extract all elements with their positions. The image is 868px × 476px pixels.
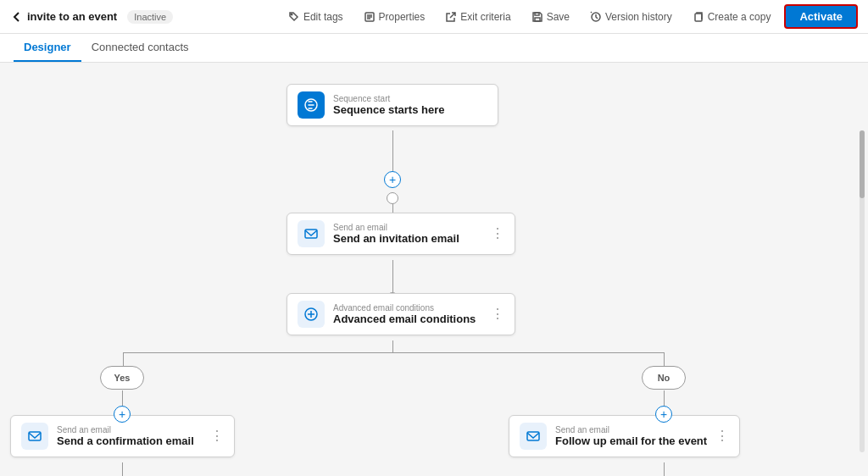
send-email-1-label: Send an email — [333, 223, 482, 232]
edit-tags-button[interactable]: Edit tags — [281, 8, 350, 26]
save-button[interactable]: Save — [525, 8, 576, 26]
plus-button-no[interactable]: + — [655, 406, 672, 423]
activate-button[interactable]: Activate — [784, 4, 858, 29]
connector-yes-v2 — [122, 390, 123, 406]
exit-criteria-button[interactable]: Exit criteria — [438, 8, 517, 26]
connector-h-main — [123, 352, 664, 353]
properties-button[interactable]: Properties — [357, 8, 432, 26]
sequence-start-icon — [303, 97, 319, 113]
exit-criteria-label: Exit criteria — [460, 11, 510, 23]
save-label: Save — [547, 11, 570, 23]
connector-no-v2 — [664, 390, 665, 406]
create-copy-label: Create a copy — [708, 11, 771, 23]
tag-icon — [288, 11, 300, 23]
version-history-button[interactable]: Version history — [583, 8, 679, 26]
send-email-yes-label: Send an email — [57, 425, 202, 434]
advanced-conditions-icon — [303, 307, 319, 322]
save-icon — [531, 11, 543, 23]
connector-1 — [392, 130, 393, 171]
yes-branch-label: Yes — [100, 366, 144, 390]
sequence-start-title: Sequence starts here — [333, 103, 487, 116]
properties-icon — [364, 11, 376, 23]
advanced-conditions-node[interactable]: Advanced email conditions Advanced email… — [287, 293, 515, 335]
connector-5 — [392, 340, 393, 352]
connector-2 — [392, 204, 393, 213]
tabs-bar: Designer Connected contacts — [0, 34, 868, 63]
email-yes-icon-box — [21, 423, 48, 450]
circle-node-1 — [387, 192, 398, 204]
version-history-icon — [590, 11, 602, 23]
sequence-start-label: Sequence start — [333, 94, 487, 103]
svg-point-0 — [291, 14, 292, 15]
svg-rect-8 — [695, 14, 702, 21]
send-email-no-text: Send an email Follow up email for the ev… — [555, 425, 707, 447]
tab-designer-label: Designer — [24, 41, 71, 53]
header: invite to an event Inactive Edit tags Pr… — [0, 0, 868, 34]
svg-rect-5 — [535, 18, 540, 21]
advanced-conditions-text: Advanced email conditions Advanced email… — [333, 303, 482, 325]
status-badge: Inactive — [127, 10, 173, 24]
copy-icon — [693, 11, 704, 23]
connector-yes-v4 — [122, 462, 123, 476]
edit-tags-label: Edit tags — [303, 11, 343, 23]
send-email-1-text: Send an email Send an invitation email — [333, 223, 482, 245]
properties-label: Properties — [379, 11, 426, 23]
email-no-icon — [526, 429, 541, 444]
scrollbar-thumb[interactable] — [860, 130, 865, 198]
svg-rect-10 — [305, 230, 317, 238]
email-yes-icon — [27, 429, 42, 444]
tab-connected-contacts[interactable]: Connected contacts — [81, 34, 199, 62]
sequence-start-icon-box — [298, 91, 325, 119]
send-email-no-node[interactable]: Send an email Follow up email for the ev… — [509, 415, 740, 457]
advanced-conditions-icon-box — [298, 301, 325, 328]
send-email-yes-text: Send an email Send a confirmation email — [57, 425, 202, 447]
yes-label: Yes — [114, 373, 131, 383]
connector-3 — [392, 260, 393, 292]
send-email-1-node[interactable]: Send an email Send an invitation email ⋮ — [287, 213, 515, 255]
sequence-start-text: Sequence start Sequence starts here — [333, 94, 487, 116]
advanced-conditions-menu[interactable]: ⋮ — [491, 307, 504, 321]
flow-canvas: Sequence start Sequence starts here + Se… — [0, 63, 868, 476]
no-label: No — [658, 373, 670, 383]
plus-button-1[interactable]: + — [384, 171, 401, 188]
svg-rect-6 — [535, 13, 539, 15]
advanced-conditions-title: Advanced email conditions — [333, 313, 482, 325]
send-email-yes-menu[interactable]: ⋮ — [210, 429, 224, 443]
email-1-icon — [303, 226, 319, 241]
scrollbar[interactable] — [860, 130, 865, 452]
send-email-1-title: Send an invitation email — [333, 232, 482, 245]
email-1-icon-box — [298, 220, 325, 247]
create-copy-button[interactable]: Create a copy — [686, 8, 778, 26]
back-button[interactable]: invite to an event — [10, 10, 117, 24]
send-email-1-menu[interactable]: ⋮ — [491, 227, 504, 241]
svg-rect-12 — [29, 432, 41, 440]
email-no-icon-box — [520, 423, 547, 450]
no-branch-label: No — [642, 366, 686, 390]
send-email-no-menu[interactable]: ⋮ — [715, 429, 729, 443]
tab-designer[interactable]: Designer — [14, 34, 81, 62]
sequence-start-node[interactable]: Sequence start Sequence starts here — [287, 84, 498, 126]
tab-connected-contacts-label: Connected contacts — [92, 41, 189, 53]
advanced-conditions-label: Advanced email conditions — [333, 303, 482, 313]
plus-button-yes[interactable]: + — [114, 406, 131, 423]
svg-rect-13 — [527, 432, 539, 440]
exit-criteria-icon — [445, 11, 457, 23]
connector-no-v4 — [664, 462, 665, 476]
version-history-label: Version history — [605, 11, 672, 23]
send-email-no-title: Follow up email for the event — [555, 434, 707, 447]
send-email-no-label: Send an email — [555, 425, 707, 434]
send-email-yes-title: Send a confirmation email — [57, 434, 202, 447]
page-title: invite to an event — [27, 10, 117, 23]
